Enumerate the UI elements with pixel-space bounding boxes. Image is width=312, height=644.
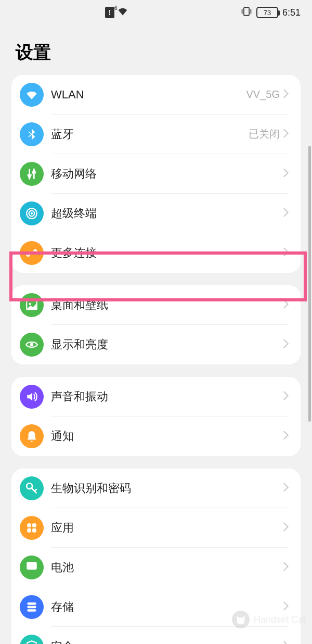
svg-rect-0 <box>244 7 249 15</box>
chevron-right-icon <box>283 640 289 644</box>
settings-group: 声音和振动通知 <box>11 377 301 456</box>
settings-group: WLANVV_5G蓝牙已关闭移动网络超级终端更多连接 <box>11 75 301 273</box>
chevron-right-icon <box>283 338 289 351</box>
row-label: WLAN <box>51 88 246 102</box>
row-label: 生物识别和密码 <box>51 481 283 496</box>
wifi-status-icon: 6 <box>118 7 128 18</box>
image-icon <box>20 293 44 317</box>
settings-row-wlan[interactable]: WLANVV_5G <box>11 75 301 115</box>
chevron-right-icon <box>283 561 289 574</box>
settings-row-mobile-network[interactable]: 移动网络 <box>11 154 301 194</box>
eye-icon <box>20 333 44 357</box>
row-label: 超级终端 <box>51 206 283 221</box>
row-label: 安全 <box>51 639 283 644</box>
chevron-right-icon <box>283 390 289 403</box>
row-label: 蓝牙 <box>51 127 249 142</box>
chevron-right-icon <box>283 207 289 220</box>
sim-alert-icon: ! <box>105 7 114 18</box>
shield-icon <box>20 635 44 644</box>
volume-icon <box>20 385 44 409</box>
key-icon <box>20 476 44 500</box>
scrollbar[interactable] <box>308 146 311 422</box>
row-label: 应用 <box>51 520 283 536</box>
status-bar: ! 6 73 6:51 <box>0 0 312 25</box>
row-label: 移动网络 <box>51 166 283 182</box>
chevron-right-icon <box>283 430 289 443</box>
settings-row-display-brightness[interactable]: 显示和亮度 <box>11 325 301 364</box>
battery-icon <box>20 555 44 579</box>
row-label: 桌面和壁纸 <box>51 297 283 313</box>
row-value: 已关闭 <box>249 127 280 141</box>
wifi-icon <box>20 83 44 107</box>
row-label: 电池 <box>51 560 283 575</box>
battery-indicator: 73 <box>256 7 278 18</box>
settings-row-apps[interactable]: 应用 <box>11 508 301 548</box>
apps-icon <box>20 516 44 540</box>
bell-icon <box>20 424 44 448</box>
settings-row-notifications[interactable]: 通知 <box>11 416 301 456</box>
settings-row-battery[interactable]: 电池 <box>11 548 301 587</box>
vibrate-icon <box>241 6 252 19</box>
chevron-right-icon <box>283 298 289 312</box>
row-label: 更多连接 <box>51 245 283 261</box>
watermark-cat-icon <box>232 611 250 628</box>
row-value: VV_5G <box>246 89 280 100</box>
settings-row-super-device[interactable]: 超级终端 <box>11 194 301 233</box>
mobile-data-icon <box>20 162 44 186</box>
link-icon <box>20 241 44 265</box>
settings-row-bluetooth[interactable]: 蓝牙已关闭 <box>11 115 301 154</box>
chevron-right-icon <box>283 167 289 181</box>
chevron-right-icon <box>283 88 289 102</box>
clock: 6:51 <box>282 7 301 18</box>
chevron-right-icon <box>283 521 289 535</box>
settings-group: 桌面和壁纸显示和亮度 <box>11 285 301 364</box>
chevron-right-icon <box>283 482 289 495</box>
settings-row-more-connections[interactable]: 更多连接 <box>11 233 301 273</box>
row-label: 声音和振动 <box>51 389 283 405</box>
settings-row-home-wallpaper[interactable]: 桌面和壁纸 <box>11 285 301 325</box>
settings-row-sound-vibration[interactable]: 声音和振动 <box>11 377 301 416</box>
storage-icon <box>20 595 44 619</box>
radar-icon <box>20 201 44 225</box>
row-label: 通知 <box>51 428 283 444</box>
watermark: Handset Cat <box>232 611 306 628</box>
settings-row-biometrics-password[interactable]: 生物识别和密码 <box>11 469 301 508</box>
row-label: 显示和亮度 <box>51 337 283 352</box>
chevron-right-icon <box>283 128 289 141</box>
page-title: 设置 <box>0 25 312 75</box>
settings-row-security[interactable]: 安全 <box>11 627 301 644</box>
chevron-right-icon <box>283 246 289 260</box>
bluetooth-icon <box>20 122 44 146</box>
